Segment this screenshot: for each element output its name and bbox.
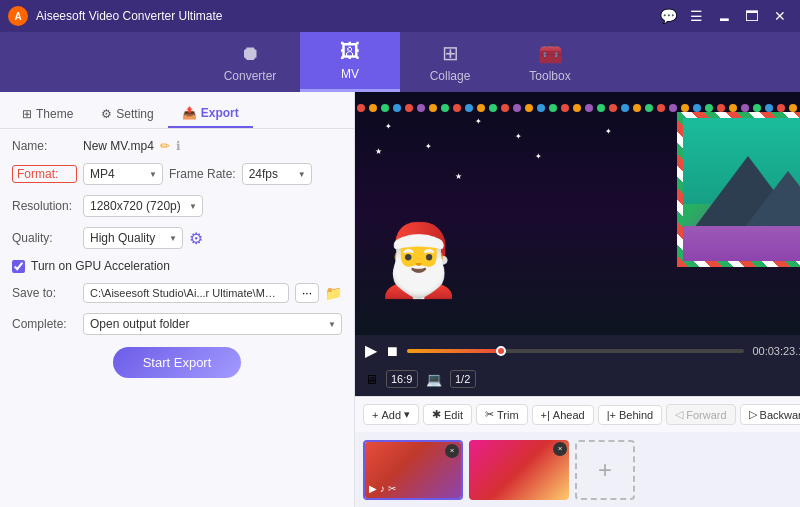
sub-tabs: ⊞ Theme ⚙ Setting 📤 Export xyxy=(0,92,354,129)
film-thumb-2[interactable]: × xyxy=(469,440,569,500)
resolution-row: Resolution: 1280x720 (720p) 1920x1080 (1… xyxy=(12,195,342,217)
saveto-dots-button[interactable]: ··· xyxy=(295,283,319,303)
tab-toolbox[interactable]: 🧰 Toolbox xyxy=(500,32,600,92)
trim-icon: ✂ xyxy=(485,408,494,421)
christmas-lights xyxy=(355,92,800,112)
format-select-wrapper: MP4 MOV AVI xyxy=(83,163,163,185)
setting-gear-icon: ⚙ xyxy=(101,107,112,121)
complete-label: Complete: xyxy=(12,317,77,331)
titlebar-controls: 💬 ☰ 🗕 🗖 ✕ xyxy=(656,6,792,26)
complete-row: Complete: Open output folder Do nothing xyxy=(12,313,342,335)
monitor-icon: 🖥 xyxy=(365,372,378,387)
backward-button[interactable]: ▷ Backward xyxy=(740,404,800,425)
close-button[interactable]: ✕ xyxy=(768,6,792,26)
quality-select[interactable]: High Quality Medium Quality Low Quality xyxy=(83,227,183,249)
tab-mv-label: MV xyxy=(341,67,359,81)
photo-frame xyxy=(677,112,800,267)
saveto-row: Save to: C:\Aiseesoft Studio\Ai...r Ulti… xyxy=(12,283,342,303)
tab-converter-label: Converter xyxy=(224,69,277,83)
aspect-ratio-select[interactable]: 16:9 4:3 1:1 xyxy=(386,370,418,388)
saveto-label: Save to: xyxy=(12,286,77,300)
start-export-button[interactable]: Start Export xyxy=(113,347,242,378)
star-decoration: ✦ xyxy=(385,122,392,131)
film-play-icon: ▶ xyxy=(369,483,377,494)
behind-button[interactable]: |+ Behind xyxy=(598,405,663,425)
preview-area: ✦ ✦ ✦ ✦ ✦ ★ ★ ✦ 🎅 xyxy=(355,92,800,335)
left-panel: ⊞ Theme ⚙ Setting 📤 Export Name: New MV.… xyxy=(0,92,355,507)
forward-button[interactable]: ◁ Forward xyxy=(666,404,735,425)
flowers xyxy=(683,226,800,261)
tab-converter[interactable]: ⏺ Converter xyxy=(200,32,300,92)
edit-button[interactable]: ✱ Edit xyxy=(423,404,472,425)
nav-tabs: ⏺ Converter 🖼 MV ⊞ Collage 🧰 Toolbox xyxy=(0,32,800,92)
tab-collage[interactable]: ⊞ Collage xyxy=(400,32,500,92)
sub-tab-export[interactable]: 📤 Export xyxy=(168,100,253,128)
film-audio-icon: ♪ xyxy=(380,483,385,494)
export-form: Name: New MV.mp4 ✏ ℹ Format: MP4 MOV AVI… xyxy=(0,129,354,507)
minimize-button[interactable]: 🗕 xyxy=(712,6,736,26)
chat-button[interactable]: 💬 xyxy=(656,6,680,26)
film-icons-1: ▶ ♪ ✂ xyxy=(369,483,396,494)
film-close-2[interactable]: × xyxy=(553,442,567,456)
star-decoration: ✦ xyxy=(425,142,432,151)
star-decoration: ✦ xyxy=(535,152,542,161)
resolution-label: Resolution: xyxy=(12,199,77,213)
player-controls: ▶ ⏹ 00:03:23.16/00:07:25.04 🔊 xyxy=(355,335,800,366)
tab-toolbox-label: Toolbox xyxy=(529,69,570,83)
forward-icon: ◁ xyxy=(675,408,683,421)
mv-icon: 🖼 xyxy=(340,40,360,63)
app-title: Aiseesoft Video Converter Ultimate xyxy=(36,9,656,23)
export-icon: 📤 xyxy=(182,106,197,120)
gpu-row: Turn on GPU Acceleration xyxy=(12,259,342,273)
add-button[interactable]: + Add ▾ xyxy=(363,404,419,425)
ahead-button[interactable]: +| Ahead xyxy=(532,405,594,425)
maximize-button[interactable]: 🗖 xyxy=(740,6,764,26)
edit-icon[interactable]: ✏ xyxy=(160,139,170,153)
edit-icon: ✱ xyxy=(432,408,441,421)
film-close-1[interactable]: × xyxy=(445,444,459,458)
backward-icon: ▷ xyxy=(749,408,757,421)
sub-tab-setting[interactable]: ⚙ Setting xyxy=(87,100,167,128)
play-button[interactable]: ▶ xyxy=(365,341,377,360)
framerate-label: Frame Rate: xyxy=(169,167,236,181)
star-decoration: ✦ xyxy=(515,132,522,141)
stop-button[interactable]: ⏹ xyxy=(385,343,399,359)
folder-icon[interactable]: 📁 xyxy=(325,285,342,301)
progress-fill xyxy=(407,349,501,353)
film-cut-icon: ✂ xyxy=(388,483,396,494)
gpu-checkbox[interactable] xyxy=(12,260,25,273)
trim-button[interactable]: ✂ Trim xyxy=(476,404,528,425)
resolution-select[interactable]: 1280x720 (720p) 1920x1080 (1080p) 3840x2… xyxy=(83,195,203,217)
format-framerate-row: Format: MP4 MOV AVI Frame Rate: 24fps 30… xyxy=(12,163,342,185)
ahead-icon: +| xyxy=(541,409,550,421)
display-icon: 💻 xyxy=(426,372,442,387)
tab-mv[interactable]: 🖼 MV xyxy=(300,32,400,92)
page-select[interactable]: 1/2 2/2 xyxy=(450,370,476,388)
add-icon: + xyxy=(372,409,378,421)
tab-collage-label: Collage xyxy=(430,69,471,83)
quality-settings-gear-icon[interactable]: ⚙ xyxy=(189,229,203,248)
film-add-button[interactable]: + xyxy=(575,440,635,500)
behind-icon: |+ xyxy=(607,409,616,421)
quality-row: Quality: High Quality Medium Quality Low… xyxy=(12,227,342,249)
progress-bar[interactable] xyxy=(407,349,744,353)
main-content: ⊞ Theme ⚙ Setting 📤 Export Name: New MV.… xyxy=(0,92,800,507)
name-value: New MV.mp4 xyxy=(83,139,154,153)
format-label: Format: xyxy=(12,165,77,183)
fps-select[interactable]: 24fps 30fps 60fps xyxy=(242,163,312,185)
quality-label: Quality: xyxy=(12,231,77,245)
filmstrip: × ▶ ♪ ✂ × + xyxy=(355,432,800,507)
info-icon[interactable]: ℹ xyxy=(176,139,181,153)
star-decoration: ★ xyxy=(375,147,382,156)
complete-select-wrapper: Open output folder Do nothing xyxy=(83,313,342,335)
film-thumb-1[interactable]: × ▶ ♪ ✂ xyxy=(363,440,463,500)
complete-select[interactable]: Open output folder Do nothing xyxy=(83,313,342,335)
collage-icon: ⊞ xyxy=(442,41,459,65)
player-row2: 🖥 16:9 4:3 1:1 💻 1/2 2/2 Start Export xyxy=(355,366,800,396)
time-display: 00:03:23.16/00:07:25.04 xyxy=(752,345,800,357)
menu-button[interactable]: ☰ xyxy=(684,6,708,26)
preview-background: ✦ ✦ ✦ ✦ ✦ ★ ★ ✦ 🎅 xyxy=(355,92,800,335)
sub-tab-theme[interactable]: ⊞ Theme xyxy=(8,100,87,128)
star-decoration: ✦ xyxy=(475,117,482,126)
format-select[interactable]: MP4 MOV AVI xyxy=(83,163,163,185)
